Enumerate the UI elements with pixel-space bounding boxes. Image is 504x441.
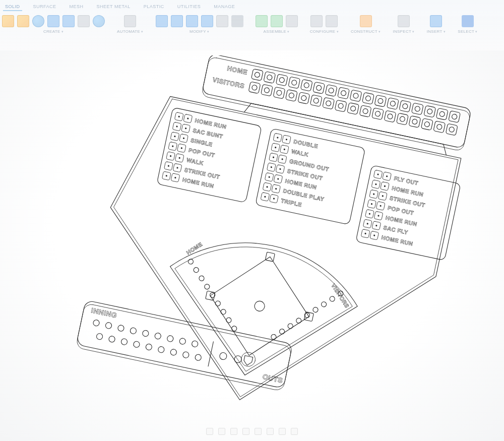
svg-point-117 <box>268 176 270 178</box>
svg-point-113 <box>270 166 272 168</box>
assemble-label[interactable]: ASSEMBLE <box>264 29 290 34</box>
baseball-board-model[interactable]: HOME VISITORS HOME RUNSAC BUNTSINGLEPOP … <box>66 55 479 438</box>
fit-icon[interactable] <box>242 428 249 435</box>
svg-point-132 <box>386 175 388 177</box>
tab-solid[interactable]: SOLID <box>3 3 22 11</box>
group-automate: AUTOMATE <box>117 15 144 34</box>
svg-point-168 <box>220 309 226 315</box>
svg-point-37 <box>251 85 258 91</box>
svg-rect-40 <box>273 87 285 99</box>
cylinder-icon[interactable] <box>32 15 44 27</box>
shell-icon[interactable] <box>201 15 213 27</box>
svg-point-165 <box>204 284 210 290</box>
svg-point-31 <box>427 108 433 114</box>
parameters-icon[interactable] <box>326 15 338 27</box>
extrude-icon[interactable] <box>47 15 59 27</box>
svg-point-182 <box>93 320 100 327</box>
move-icon[interactable] <box>231 15 243 27</box>
zoom-icon[interactable] <box>230 428 237 435</box>
svg-point-53 <box>350 105 356 111</box>
svg-rect-36 <box>248 82 261 94</box>
svg-point-185 <box>130 327 137 334</box>
svg-point-144 <box>380 205 382 207</box>
new-sketch-icon[interactable] <box>2 15 14 27</box>
modify-label[interactable]: MODIFY <box>190 29 209 34</box>
display-settings-icon[interactable] <box>267 428 274 435</box>
viewport-icon[interactable] <box>291 428 298 435</box>
orbit-icon[interactable] <box>206 428 213 435</box>
plane-icon[interactable] <box>360 15 372 27</box>
svg-point-47 <box>313 98 319 104</box>
sphere-icon[interactable] <box>93 15 105 27</box>
svg-rect-62 <box>409 116 421 128</box>
tab-plastic[interactable]: PLASTIC <box>142 3 166 11</box>
svg-point-172 <box>329 296 335 302</box>
look-at-icon[interactable] <box>255 428 262 435</box>
dice-result-label: SAC FLY <box>383 224 409 235</box>
svg-point-163 <box>193 267 199 273</box>
svg-point-109 <box>273 156 275 158</box>
chamfer-icon[interactable] <box>186 15 198 27</box>
tab-surface[interactable]: SURFACE <box>31 3 58 11</box>
insert-label[interactable]: INSERT <box>427 29 446 34</box>
construct-label[interactable]: CONSTRUCT <box>351 29 381 34</box>
svg-point-192 <box>108 336 115 343</box>
fillet-icon[interactable] <box>171 15 183 27</box>
svg-point-115 <box>279 168 281 170</box>
svg-point-59 <box>387 113 393 119</box>
svg-rect-42 <box>285 90 297 102</box>
pan-icon[interactable] <box>218 428 225 435</box>
combine-icon[interactable] <box>216 15 228 27</box>
svg-point-17 <box>341 90 347 96</box>
svg-point-49 <box>326 100 332 106</box>
svg-point-119 <box>277 178 279 180</box>
svg-point-13 <box>316 85 322 91</box>
dice-result-label: SAC BUNT <box>193 127 224 139</box>
box-icon[interactable] <box>17 15 29 27</box>
select-icon[interactable] <box>462 15 474 27</box>
svg-point-121 <box>266 186 268 188</box>
svg-point-74 <box>187 117 189 119</box>
rigid-group-icon[interactable] <box>286 15 298 27</box>
insert-icon[interactable] <box>430 15 442 27</box>
inspect-label[interactable]: INSPECT <box>393 29 414 34</box>
as-built-joint-icon[interactable] <box>271 15 283 27</box>
svg-point-142 <box>371 203 373 205</box>
svg-rect-4 <box>264 72 276 84</box>
tab-manage[interactable]: MANAGE <box>212 3 237 11</box>
svg-point-164 <box>199 275 205 281</box>
workspace-tabs: SOLID SURFACE MESH SHEET METAL PLASTIC U… <box>0 0 504 11</box>
view-nav-bar[interactable] <box>206 428 298 435</box>
revolve-icon[interactable] <box>62 15 75 27</box>
svg-point-43 <box>288 92 294 98</box>
select-label[interactable]: SELECT <box>458 29 477 34</box>
svg-point-98 <box>174 177 176 179</box>
grid-icon[interactable] <box>279 428 286 435</box>
measure-icon[interactable] <box>398 15 410 27</box>
group-modify: MODIFY <box>156 15 243 34</box>
tab-sheetmetal[interactable]: SHEET METAL <box>95 3 133 11</box>
svg-point-188 <box>167 335 174 342</box>
svg-point-29 <box>414 106 420 112</box>
dice-result-label: HOME RUN <box>381 234 414 247</box>
press-pull-icon[interactable] <box>156 15 168 27</box>
svg-point-150 <box>366 223 368 225</box>
configure-label[interactable]: CONFIGURE <box>310 29 339 34</box>
svg-point-193 <box>120 338 128 345</box>
hole-icon[interactable] <box>78 15 90 27</box>
joint-icon[interactable] <box>256 15 268 27</box>
svg-point-101 <box>277 137 279 139</box>
svg-rect-54 <box>359 105 371 117</box>
svg-point-61 <box>399 116 405 122</box>
dice-result-label: TRIPLE <box>280 198 302 208</box>
ribbon: CREATE AUTOMATE MODIFY <box>0 11 504 36</box>
tab-mesh[interactable]: MESH <box>68 3 86 11</box>
group-assemble: ASSEMBLE <box>256 15 298 34</box>
svg-point-161 <box>240 351 257 367</box>
tab-utilities[interactable]: UTILITIES <box>175 3 203 11</box>
design-canvas[interactable]: HOME VISITORS HOME RUNSAC BUNTSINGLEPOP … <box>0 50 504 441</box>
create-label[interactable]: CREATE <box>43 29 64 34</box>
automate-icon[interactable] <box>124 15 136 27</box>
configure-icon[interactable] <box>310 15 323 27</box>
automate-label[interactable]: AUTOMATE <box>117 29 144 34</box>
